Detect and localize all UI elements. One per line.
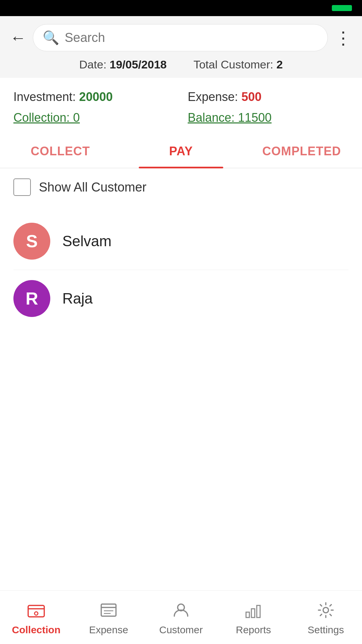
nav-expense-label: Expense (89, 624, 128, 636)
svg-point-11 (323, 607, 328, 613)
avatar-raja: R (13, 280, 50, 317)
customer-name-selvam: Selvam (62, 233, 112, 250)
customer-icon (170, 599, 192, 621)
investment-stat: Investment: 20000 (13, 90, 174, 104)
settings-icon (315, 599, 337, 621)
customer-name-raja: Raja (62, 290, 93, 307)
header-info: Date: 19/05/2018 Total Customer: 2 (10, 58, 352, 71)
nav-customer[interactable]: Customer (145, 596, 217, 639)
svg-rect-3 (101, 604, 116, 616)
balance-stat[interactable]: Balance: 11500 (188, 111, 349, 125)
nav-reports[interactable]: Reports (217, 596, 290, 639)
main-content: Show All Customer S Selvam R Raja (0, 168, 362, 337)
search-input[interactable] (65, 31, 318, 45)
total-customer-info: Total Customer: 2 (193, 58, 283, 71)
reports-icon (243, 599, 264, 621)
expense-icon (98, 599, 119, 621)
avatar-selvam: S (13, 223, 50, 260)
tab-completed[interactable]: COMPLETED (241, 135, 362, 168)
customer-item-selvam[interactable]: S Selvam (13, 213, 349, 270)
tabs-bar: COLLECT PAY COMPLETED (0, 135, 362, 168)
search-bar: 🔍 (33, 24, 328, 51)
customer-list: S Selvam R Raja (13, 213, 349, 327)
tab-collect[interactable]: COLLECT (0, 135, 121, 168)
customer-item-raja[interactable]: R Raja (13, 270, 349, 327)
nav-reports-label: Reports (236, 624, 271, 636)
collection-icon (25, 599, 47, 621)
svg-rect-8 (246, 612, 249, 618)
stats-section: Investment: 20000 Expense: 500 Collectio… (0, 78, 362, 131)
nav-customer-label: Customer (159, 624, 203, 636)
bottom-nav: Collection Expense Customer (0, 590, 362, 644)
show-all-checkbox[interactable] (13, 178, 31, 196)
status-bar (0, 0, 362, 16)
back-button[interactable]: ← (10, 30, 26, 46)
nav-collection[interactable]: Collection (0, 596, 72, 639)
nav-expense[interactable]: Expense (72, 596, 145, 639)
nav-settings-label: Settings (308, 624, 344, 636)
nav-settings[interactable]: Settings (290, 596, 362, 639)
svg-rect-10 (257, 605, 260, 618)
menu-button[interactable]: ⋮ (335, 29, 352, 47)
show-all-row: Show All Customer (13, 178, 349, 196)
svg-rect-9 (251, 609, 255, 618)
search-icon: 🔍 (43, 30, 59, 46)
header: ← 🔍 ⋮ Date: 19/05/2018 Total Customer: 2 (0, 16, 362, 78)
expense-stat: Expense: 500 (188, 90, 349, 104)
date-info: Date: 19/05/2018 (79, 58, 167, 71)
tab-pay[interactable]: PAY (121, 135, 241, 168)
battery-indicator (332, 5, 352, 11)
show-all-label: Show All Customer (39, 180, 146, 195)
collection-stat[interactable]: Collection: 0 (13, 111, 174, 125)
nav-collection-label: Collection (12, 624, 60, 636)
svg-point-2 (35, 612, 38, 615)
